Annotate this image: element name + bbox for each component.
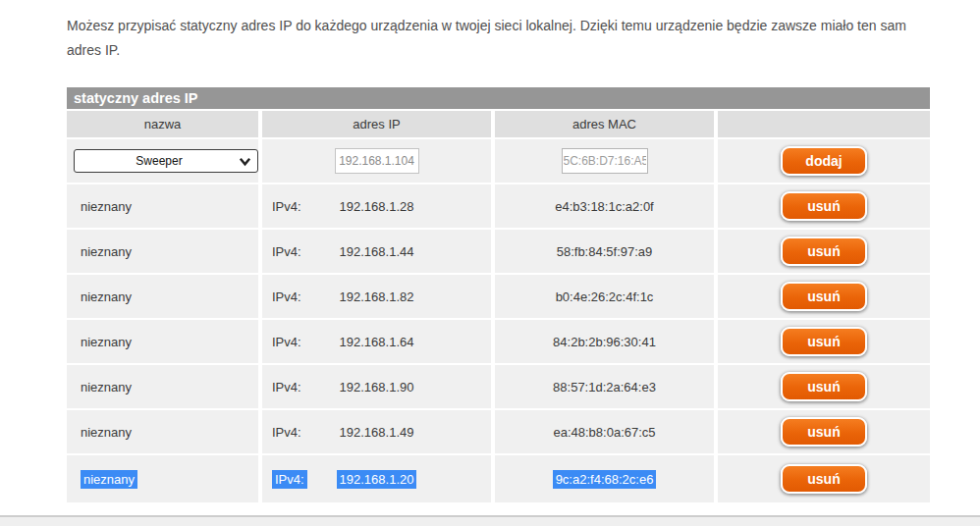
device-name-cell: nieznany xyxy=(67,365,258,408)
device-select-cell: Sweeper xyxy=(67,139,258,183)
delete-button[interactable]: usuń xyxy=(781,372,867,401)
delete-button[interactable]: usuń xyxy=(781,464,867,494)
mac-value: e4:b3:18:1c:a2:0f xyxy=(555,199,653,214)
ip-value: 192.168.1.28 xyxy=(340,199,414,214)
ip-value: 192.168.1.90 xyxy=(340,380,414,394)
device-name: nieznany xyxy=(81,425,132,440)
action-cell: usuń xyxy=(718,230,930,273)
static-ip-table: statyczny adres IP nazwa adres IP adres … xyxy=(67,87,930,502)
delete-button[interactable]: usuń xyxy=(781,327,867,356)
delete-button[interactable]: usuń xyxy=(781,282,867,311)
device-name: nieznany xyxy=(81,380,132,394)
footer-divider xyxy=(0,515,980,526)
action-cell: usuń xyxy=(718,320,930,363)
ip-version-label: IPv4: xyxy=(272,380,301,394)
action-cell: usuń xyxy=(718,410,930,453)
device-name: nieznany xyxy=(81,244,132,259)
table-row: nieznany IPv4: 192.168.1.28 e4:b3:18:1c:… xyxy=(67,184,930,228)
device-name: nieznany xyxy=(81,199,132,214)
ip-value: 192.168.1.82 xyxy=(340,289,414,304)
table-header-row: nazwa adres IP adres MAC xyxy=(67,111,930,137)
mac-cell: 58:fb:84:5f:97:a9 xyxy=(495,230,714,273)
mac-cell: 88:57:1d:2a:64:e3 xyxy=(495,365,714,408)
ip-value: 192.168.1.49 xyxy=(340,425,414,440)
mac-cell: 9c:a2:f4:68:2c:e6 xyxy=(495,455,714,502)
action-cell: usuń xyxy=(718,184,930,228)
ip-version-label: IPv4: xyxy=(272,335,301,349)
ip-version-label: IPv4: xyxy=(272,425,301,440)
ip-cell: IPv4: 192.168.1.20 xyxy=(262,455,491,502)
column-header-ip: adres IP xyxy=(262,111,491,137)
ip-cell: IPv4: 192.168.1.82 xyxy=(262,275,491,318)
delete-button[interactable]: usuń xyxy=(781,417,867,447)
ip-cell: IPv4: 192.168.1.90 xyxy=(262,365,491,408)
column-header-mac: adres MAC xyxy=(495,111,714,137)
table-row: nieznany IPv4: 192.168.1.44 58:fb:84:5f:… xyxy=(67,230,930,273)
ip-version-label: IPv4: xyxy=(272,470,307,489)
ip-version-label: IPv4: xyxy=(272,199,301,214)
mac-value: b0:4e:26:2c:4f:1c xyxy=(556,289,654,304)
add-button-cell: dodaj xyxy=(718,139,930,183)
table-row: nieznany IPv4: 192.168.1.49 ea:48:b8:0a:… xyxy=(67,410,930,453)
ip-version-label: IPv4: xyxy=(272,244,301,259)
device-name-cell: nieznany xyxy=(67,230,258,273)
device-name-cell: nieznany xyxy=(67,275,258,318)
mac-cell: b0:4e:26:2c:4f:1c xyxy=(495,275,714,318)
intro-text: Możesz przypisać statyczny adres IP do k… xyxy=(67,14,931,63)
mac-value: 84:2b:2b:96:30:41 xyxy=(553,335,656,349)
ip-value: 192.168.1.64 xyxy=(340,335,414,349)
mac-value: 58:fb:84:5f:97:a9 xyxy=(557,244,653,259)
mac-cell: ea:48:b8:0a:67:c5 xyxy=(495,410,714,453)
delete-button[interactable]: usuń xyxy=(781,237,867,266)
action-cell: usuń xyxy=(718,455,930,502)
mac-value: 88:57:1d:2a:64:e3 xyxy=(553,380,656,394)
ip-input[interactable] xyxy=(335,148,419,174)
ip-version-label: IPv4: xyxy=(272,289,301,304)
column-header-name: nazwa xyxy=(67,111,258,137)
device-name: nieznany xyxy=(81,335,132,349)
ip-cell: IPv4: 192.168.1.44 xyxy=(262,230,491,273)
device-select-wrap: Sweeper xyxy=(74,149,258,173)
ip-cell: IPv4: 192.168.1.64 xyxy=(262,320,491,363)
delete-button[interactable]: usuń xyxy=(781,191,867,221)
mac-cell: 84:2b:2b:96:30:41 xyxy=(495,320,714,363)
device-select[interactable]: Sweeper xyxy=(74,149,258,173)
table-row: nieznany IPv4: 192.168.1.90 88:57:1d:2a:… xyxy=(67,365,930,408)
table-row-selected: nieznany IPv4: 192.168.1.20 9c:a2:f4:68:… xyxy=(67,455,930,502)
device-name-cell: nieznany xyxy=(67,320,258,363)
device-name-cell: nieznany xyxy=(67,455,258,502)
table-row: nieznany IPv4: 192.168.1.82 b0:4e:26:2c:… xyxy=(67,275,930,318)
ip-value: 192.168.1.20 xyxy=(337,470,417,489)
mac-value: 9c:a2:f4:68:2c:e6 xyxy=(553,470,657,489)
action-cell: usuń xyxy=(718,275,930,318)
add-device-row: Sweeper dodaj xyxy=(67,139,930,183)
ip-value: 192.168.1.44 xyxy=(340,244,414,259)
action-cell: usuń xyxy=(718,365,930,408)
ip-cell: IPv4: 192.168.1.28 xyxy=(262,184,491,228)
column-header-actions xyxy=(718,111,930,137)
table-row: nieznany IPv4: 192.168.1.64 84:2b:2b:96:… xyxy=(67,320,930,363)
mac-input[interactable] xyxy=(562,148,648,174)
mac-cell: e4:b3:18:1c:a2:0f xyxy=(495,184,714,228)
mac-input-cell xyxy=(495,139,714,183)
router-settings-page: Możesz przypisać statyczny adres IP do k… xyxy=(0,0,980,526)
add-button[interactable]: dodaj xyxy=(781,146,867,176)
device-name: nieznany xyxy=(81,289,132,304)
device-name-cell: nieznany xyxy=(67,184,258,228)
mac-value: ea:48:b8:0a:67:c5 xyxy=(553,425,655,440)
ip-input-cell xyxy=(262,139,491,183)
ip-cell: IPv4: 192.168.1.49 xyxy=(262,410,491,453)
device-name: nieznany xyxy=(81,470,137,489)
table-title-bar: statyczny adres IP xyxy=(67,87,930,109)
table-title: statyczny adres IP xyxy=(74,90,198,106)
device-name-cell: nieznany xyxy=(67,410,258,453)
